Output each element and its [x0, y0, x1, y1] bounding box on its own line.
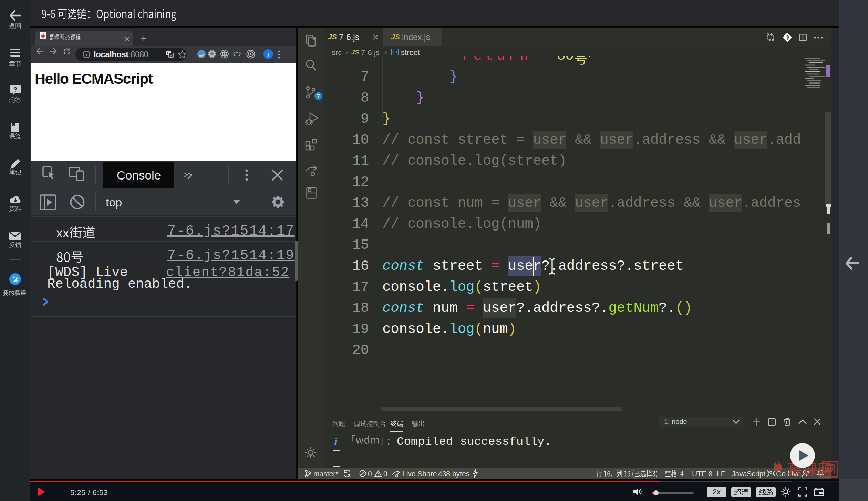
- svg-text:?: ?: [13, 86, 17, 93]
- svg-text:文: 文: [169, 54, 173, 58]
